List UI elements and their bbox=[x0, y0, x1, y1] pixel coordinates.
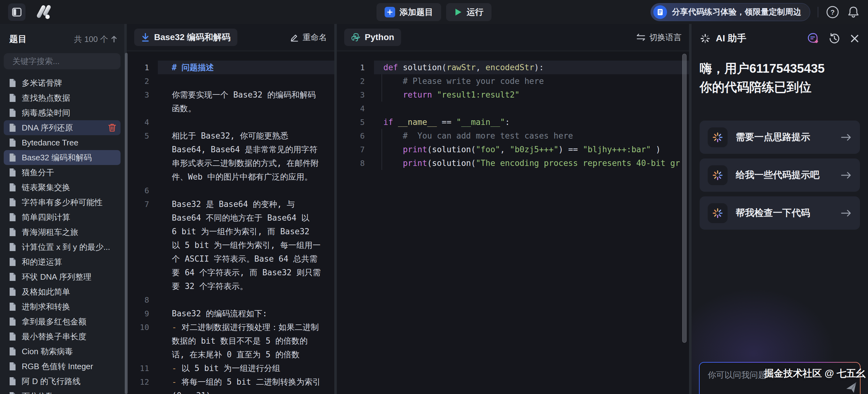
sidebar-item[interactable]: 和的逆运算 bbox=[4, 254, 121, 269]
sidebar-item-label: 进制求和转换 bbox=[22, 301, 116, 312]
switch-language-button[interactable]: 切换语言 bbox=[636, 32, 682, 43]
sidebar-item[interactable]: 猫鱼分干 bbox=[4, 165, 121, 180]
line-number: 3 bbox=[337, 90, 374, 99]
line-number: 4 bbox=[337, 104, 374, 113]
sidebar-item[interactable]: 查找热点数据 bbox=[4, 90, 121, 105]
line-text: Base64, Base64 是非常常见的用字符 bbox=[158, 143, 334, 156]
line-text: - 对二进制数据进行预处理：如果二进制 bbox=[158, 321, 334, 334]
code-line: 7 print(solution("foo", "b0zj5+++") == "… bbox=[337, 143, 689, 156]
help-icon[interactable]: ? bbox=[826, 5, 839, 19]
sidebar-item[interactable]: 简单四则计算 bbox=[4, 210, 121, 225]
line-text: return "result1:result2" bbox=[374, 88, 689, 101]
problem-line: 7Base32 是 Base64 的变种, 与 bbox=[127, 197, 334, 211]
line-text: 要 64 个字符表示, 而 Base32 则只需 bbox=[158, 266, 334, 279]
sidebar-item[interactable]: 环状 DNA 序列整理 bbox=[4, 269, 121, 284]
line-text: # You can add more test cases here bbox=[374, 129, 689, 143]
ai-suggestion-card[interactable]: 需要一点思路提示 bbox=[700, 121, 860, 154]
line-text: 数据的 bit 数目不不是 5 的倍数的 bbox=[158, 334, 334, 348]
sidebar-title: 题目 bbox=[9, 33, 27, 45]
sidebar-item[interactable]: 字符串有多少种可能性 bbox=[4, 195, 121, 210]
history-icon[interactable] bbox=[828, 32, 841, 45]
play-icon bbox=[454, 8, 462, 17]
document-icon bbox=[8, 347, 17, 356]
code-panel: Python 切换语言 1def solution(rawStr, encode… bbox=[337, 24, 689, 394]
sidebar-scrollbar[interactable] bbox=[125, 53, 128, 394]
line-number: 11 bbox=[127, 364, 158, 373]
sidebar-item[interactable]: 计算位置 x 到 y 的最少... bbox=[4, 240, 121, 254]
sidebar-item[interactable]: Cion 勒索病毒 bbox=[4, 344, 121, 359]
document-icon bbox=[8, 93, 17, 102]
language-pill[interactable]: Python bbox=[344, 29, 401, 46]
search-box[interactable] bbox=[4, 53, 121, 69]
sidebar-item[interactable]: Base32 编码和解码 bbox=[4, 150, 121, 165]
problem-line: 5相比于 Base32, 你可能更熟悉 bbox=[127, 129, 334, 143]
sparkle-tile bbox=[708, 127, 727, 147]
sidebar-toggle-button[interactable] bbox=[8, 3, 26, 21]
sparkle-icon bbox=[712, 131, 723, 143]
line-number: 3 bbox=[127, 90, 158, 99]
line-number: 7 bbox=[337, 145, 374, 154]
promo-banner[interactable]: 分享代码练习体验，领限量定制周边 bbox=[651, 3, 810, 21]
sidebar-item[interactable]: 青海湖租车之旅 bbox=[4, 225, 121, 240]
line-text: (0 - 31) bbox=[158, 389, 334, 394]
arrow-right-icon bbox=[841, 209, 852, 217]
top-bar: 添加题目 运行 分享代码练习体验，领限量定制周边 bbox=[0, 0, 868, 24]
problem-editor[interactable]: 1# 问题描述23你需要实现一个 Base32 的编码和解码函数。45相比于 B… bbox=[127, 51, 334, 394]
document-icon bbox=[8, 123, 17, 132]
line-number: 5 bbox=[127, 131, 158, 141]
sidebar-item[interactable]: 及格如此简单 bbox=[4, 284, 121, 299]
problem-line: 11- 以 5 bit 为一组进行分组 bbox=[127, 361, 334, 375]
sidebar-item[interactable]: 阿 D 的飞行路线 bbox=[4, 374, 121, 389]
ai-suggestion-label: 帮我检查一下代码 bbox=[736, 207, 833, 219]
sidebar-item-label: 猫鱼分干 bbox=[22, 167, 116, 178]
svg-text:?: ? bbox=[830, 8, 834, 16]
line-number: 6 bbox=[337, 131, 374, 141]
app-logo[interactable] bbox=[35, 4, 54, 20]
search-input[interactable] bbox=[12, 57, 117, 66]
ai-title: AI 助手 bbox=[716, 32, 746, 45]
sidebar-item[interactable]: 拿到最多红包金额 bbox=[4, 314, 121, 329]
sidebar-item-label: 百分位数 bbox=[22, 391, 116, 394]
sidebar-item[interactable]: Bytedance Tree bbox=[4, 135, 121, 150]
sidebar-item[interactable]: 病毒感染时间 bbox=[4, 105, 121, 120]
delete-icon[interactable] bbox=[108, 123, 116, 132]
line-text: - 将每一组的 5 bit 二进制转换为索引 bbox=[158, 375, 334, 389]
problem-line: 串形式表示二进制数据的方式, 在邮件附 bbox=[127, 156, 334, 170]
run-label: 运行 bbox=[467, 6, 484, 18]
sidebar-item[interactable]: 进制求和转换 bbox=[4, 299, 121, 314]
sidebar-item[interactable]: 多米诺骨牌 bbox=[4, 75, 121, 90]
sidebar-item[interactable]: RGB 色值转 Integer bbox=[4, 359, 121, 374]
new-chat-icon[interactable] bbox=[807, 33, 819, 44]
line-text: if __name__ == "__main__": bbox=[374, 115, 689, 129]
send-plane-icon[interactable] bbox=[844, 381, 859, 394]
problem-line: 3你需要实现一个 Base32 的编码和解码 bbox=[127, 88, 334, 101]
sidebar-item-label: 拿到最多红包金额 bbox=[22, 316, 116, 327]
document-icon bbox=[8, 317, 17, 326]
line-text: Base32 是 Base64 的变种, 与 bbox=[158, 197, 334, 211]
sidebar-item[interactable]: 链表聚集交换 bbox=[4, 180, 121, 195]
line-number: 12 bbox=[127, 377, 158, 387]
code-editor[interactable]: 1def solution(rawStr, encodedStr):2 # Pl… bbox=[337, 51, 689, 394]
sidebar-item[interactable]: DNA 序列还原 bbox=[4, 120, 121, 135]
run-button[interactable]: 运行 bbox=[446, 3, 492, 21]
sidebar-item[interactable]: 百分位数 bbox=[4, 389, 121, 394]
code-scrollbar[interactable] bbox=[682, 54, 687, 343]
rename-button[interactable]: 重命名 bbox=[290, 32, 327, 43]
document-icon bbox=[8, 257, 17, 267]
problem-title-pill[interactable]: Base32 编码和解码 bbox=[134, 29, 237, 46]
code-line: 4 bbox=[337, 101, 689, 115]
ai-suggestion-card[interactable]: 给我一些代码提示吧 bbox=[700, 158, 860, 192]
line-text: Base64 不同的地方在于 Base64 以 bbox=[158, 211, 334, 225]
ai-suggestion-label: 需要一点思路提示 bbox=[736, 131, 833, 144]
ai-suggestion-card[interactable]: 帮我检查一下代码 bbox=[700, 196, 860, 230]
add-problem-button[interactable]: 添加题目 bbox=[376, 3, 441, 21]
notifications-bell-icon[interactable] bbox=[847, 5, 860, 19]
close-icon[interactable] bbox=[849, 33, 860, 44]
topbar-right: 分享代码练习体验，领限量定制周边 ? bbox=[651, 3, 860, 21]
code-line: 2 # Please write your code here bbox=[337, 74, 689, 88]
problem-line: 6 bit 为一组作为索引, 而 Base32 bbox=[127, 225, 334, 238]
sidebar-item[interactable]: 最小替换子串长度 bbox=[4, 329, 121, 344]
line-number: 10 bbox=[127, 323, 158, 332]
document-icon bbox=[8, 168, 17, 177]
arrow-up-icon[interactable] bbox=[111, 35, 118, 43]
